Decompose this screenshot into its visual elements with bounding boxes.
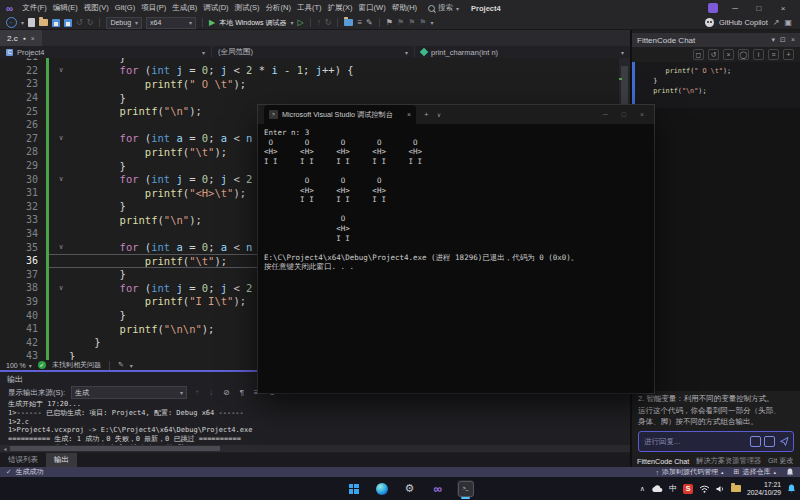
menu-item[interactable]: 调试(D): [200, 3, 231, 13]
add-to-source-control-button[interactable]: ↑ 添加到源代码管理 ▴: [656, 467, 724, 477]
new-chat-icon[interactable]: ◻: [693, 49, 704, 60]
console-title-bar[interactable]: > Microsoft Visual Studio 调试控制台 × + ∨ ─ …: [258, 105, 654, 124]
bookmark-next-icon[interactable]: ⚑: [408, 18, 415, 28]
debug-console-window[interactable]: > Microsoft Visual Studio 调试控制台 × + ∨ ─ …: [258, 105, 654, 393]
ime-indicator[interactable]: 中: [669, 483, 677, 494]
tab-dropdown-icon[interactable]: ∨: [437, 111, 441, 118]
code-line[interactable]: 22∨ for (int j = 0; j < 2 * i - 1; j++) …: [0, 64, 630, 78]
reply-input[interactable]: [639, 436, 736, 447]
reply-input-box[interactable]: [638, 431, 794, 452]
layout-icon[interactable]: ≡: [768, 49, 779, 60]
stop-icon[interactable]: ×: [723, 49, 734, 60]
console-maximize-button[interactable]: □: [622, 111, 626, 118]
breadcrumb-project-select[interactable]: C Project4 ▾: [0, 46, 212, 58]
visual-studio-icon[interactable]: ∞: [429, 480, 446, 497]
s-badge-icon[interactable]: S: [683, 484, 693, 494]
breadcrumb-member-select[interactable]: print_charman(int n) ▾: [415, 46, 630, 58]
run-without-debug-icon[interactable]: ▷: [298, 18, 304, 27]
cloud-icon[interactable]: [651, 485, 663, 493]
save-icon[interactable]: [52, 19, 60, 27]
word-wrap-icon[interactable]: ¶: [240, 388, 244, 397]
chevron-down-icon[interactable]: ▾: [772, 36, 776, 44]
show-all-files-icon[interactable]: [344, 19, 353, 26]
fold-chevron-icon[interactable]: ∨: [53, 134, 69, 142]
add-icon[interactable]: +: [783, 49, 794, 60]
settings-icon[interactable]: ⚙: [401, 480, 418, 497]
github-copilot-label[interactable]: GitHub Copilot: [719, 18, 768, 27]
fold-chevron-icon[interactable]: ∨: [53, 175, 69, 183]
bookmark-prev-icon[interactable]: ⚑: [397, 18, 404, 28]
history-icon[interactable]: ↺: [708, 49, 719, 60]
menu-item[interactable]: 生成(B): [169, 3, 200, 13]
tray-expand-icon[interactable]: ∧: [640, 485, 645, 493]
menu-item[interactable]: 测试(S): [232, 3, 263, 13]
clock[interactable]: 17:21 2024/10/29: [747, 481, 781, 496]
select-repo-button[interactable]: ⊞ 选择仓库 ▴: [734, 467, 776, 477]
panel-close-icon[interactable]: ×: [791, 36, 795, 44]
menu-item[interactable]: 分析(N): [263, 3, 294, 13]
redo-icon[interactable]: ↻: [87, 18, 94, 28]
terminal-taskbar-icon[interactable]: >_: [457, 480, 474, 497]
fold-chevron-icon[interactable]: ∨: [53, 284, 69, 292]
menu-item[interactable]: Git(G): [112, 3, 138, 13]
fold-chevron-icon[interactable]: ∨: [53, 66, 69, 74]
new-tab-button[interactable]: +: [424, 110, 429, 119]
fittencode-panel-title[interactable]: FittenCode Chat ▾ ⊡ ×: [632, 33, 800, 47]
tab-solution-explorer[interactable]: 解决方案资源管理器: [696, 456, 761, 466]
code-line[interactable]: 23 printf(" O \t");: [0, 77, 630, 91]
output-horizontal-scrollbar[interactable]: ◂: [0, 445, 630, 452]
platform-select[interactable]: x64 ▾: [146, 17, 196, 29]
console-tab-close-icon[interactable]: ×: [407, 111, 411, 118]
menu-item[interactable]: 视图(V): [81, 3, 112, 13]
console-minimize-button[interactable]: ─: [603, 111, 608, 118]
start-button[interactable]: [345, 480, 362, 497]
config-select[interactable]: Debug ▾: [106, 17, 142, 29]
chevron-down-icon[interactable]: ▾: [291, 19, 294, 26]
send-icon[interactable]: [780, 437, 789, 446]
clear-output-icon[interactable]: ⊘: [223, 388, 230, 397]
attach-code-icon[interactable]: [750, 436, 761, 447]
output-source-select[interactable]: 生成 ▾: [71, 386, 187, 399]
panel-tab-error-list[interactable]: 错误列表: [0, 453, 46, 467]
save-all-icon[interactable]: [64, 19, 72, 27]
prev-message-icon[interactable]: ↑: [195, 388, 199, 397]
tab-fittencode-chat[interactable]: FittenCode Chat: [637, 457, 689, 466]
menu-item[interactable]: 窗口(W): [356, 3, 389, 13]
start-debug-icon[interactable]: ▶: [209, 18, 215, 27]
volume-icon[interactable]: [716, 485, 725, 493]
tab-git-changes[interactable]: Git 更改: [768, 456, 794, 466]
pen-icon[interactable]: ✎: [118, 360, 124, 370]
menu-item[interactable]: 编辑(E): [50, 3, 81, 13]
github-copilot-icon[interactable]: [705, 18, 714, 27]
bookmark-icon[interactable]: ⚑: [386, 18, 393, 28]
step-into-icon[interactable]: ↑: [317, 18, 321, 28]
menu-item[interactable]: 文件(F): [19, 3, 50, 13]
notifications-bell-icon[interactable]: [786, 468, 794, 477]
user-avatar[interactable]: [708, 3, 718, 13]
scrollbar-thumb[interactable]: [10, 446, 220, 451]
navigate-back-icon[interactable]: ←: [6, 17, 17, 28]
health-check-icon[interactable]: ✓: [38, 361, 46, 369]
menu-item[interactable]: 帮助(H): [389, 3, 420, 13]
minimize-button[interactable]: ─: [728, 4, 742, 13]
notification-bell-icon[interactable]: [787, 484, 796, 494]
close-button[interactable]: ×: [776, 4, 790, 13]
console-tab[interactable]: > Microsoft Visual Studio 调试控制台 ×: [264, 105, 416, 124]
file-tab[interactable]: 2.c ● ×: [0, 30, 42, 46]
tab-close-icon[interactable]: ×: [31, 35, 35, 42]
maximize-button[interactable]: □: [752, 4, 766, 13]
menu-item[interactable]: 扩展(X): [325, 3, 356, 13]
feedback-icon[interactable]: ▣: [784, 18, 792, 28]
navigate-dropdown-icon[interactable]: ▾: [21, 19, 24, 26]
pen-icon[interactable]: ✎: [366, 18, 373, 28]
info-icon[interactable]: i: [753, 49, 764, 60]
code-line[interactable]: 24 }: [0, 91, 630, 105]
fold-chevron-icon[interactable]: ∨: [53, 243, 69, 251]
chevron-down-icon[interactable]: ▾: [130, 362, 133, 369]
step-over-icon[interactable]: ↻: [325, 18, 332, 28]
panel-tab-output[interactable]: 输出: [46, 453, 77, 467]
share-icon[interactable]: ↗: [773, 18, 780, 28]
attach-file-icon[interactable]: [764, 436, 775, 447]
console-body[interactable]: Enter n: 3 O O O O O <H> <H> <H> <H> <H>…: [258, 124, 654, 393]
search-box[interactable]: 搜索 ▾: [428, 3, 459, 13]
